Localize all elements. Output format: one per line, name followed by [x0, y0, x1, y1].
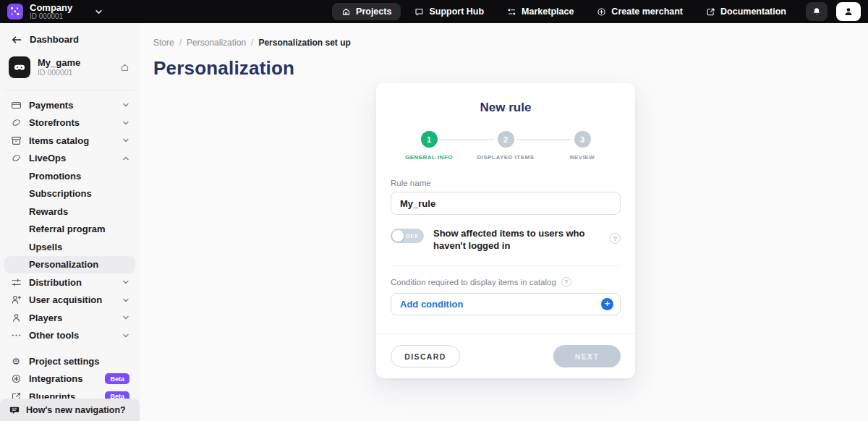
step-number: 1 [421, 131, 438, 148]
arrow-left-icon [12, 35, 22, 44]
bell-icon [812, 7, 822, 17]
user-icon [843, 7, 854, 17]
banner-label: How's new navigation? [26, 405, 126, 415]
add-condition-button[interactable]: Add condition + [391, 293, 621, 315]
topnav-projects-label: Projects [356, 7, 391, 17]
project-selector[interactable]: My_game ID 000001 [0, 52, 140, 82]
sidebar-item-payments[interactable]: Payments [4, 96, 135, 114]
sidebar-group-gap [4, 344, 135, 352]
whats-new-navigation-banner[interactable]: How's new navigation? [0, 399, 140, 421]
sidebar-item-players[interactable]: Players [4, 309, 135, 327]
sidebar-item-label: Storefronts [29, 117, 115, 128]
sidebar-item-items-catalog[interactable]: Items catalog [4, 132, 135, 150]
plus-circle-icon [597, 7, 606, 17]
topnav-support-hub[interactable]: Support Hub [405, 3, 493, 20]
company-logo-icon [7, 4, 23, 20]
breadcrumb-separator: / [179, 38, 182, 48]
sidebar-item-storefronts[interactable]: Storefronts [4, 114, 135, 132]
sidebar-item-rewards[interactable]: Rewards [4, 203, 135, 221]
topnav-marketplace[interactable]: Marketplace [498, 3, 583, 20]
breadcrumb-store[interactable]: Store [153, 38, 174, 48]
sidebar-item-label: Rewards [29, 206, 129, 217]
sidebar-item-user-acquisition[interactable]: User acquisition [4, 292, 135, 310]
help-icon[interactable]: ? [561, 277, 571, 287]
sidebar-item-distribution[interactable]: Distribution [4, 273, 135, 292]
company-id: ID 000001 [30, 12, 72, 20]
help-icon[interactable]: ? [610, 233, 621, 244]
chevron-down-icon [122, 314, 129, 321]
beta-badge: Beta [105, 373, 129, 384]
section-divider [391, 265, 621, 266]
step-displayed-items: 2 DISPLAYED ITEMS [467, 131, 544, 161]
sidebar: Dashboard My_game ID 000001 Payments Sto… [0, 23, 140, 421]
sidebar-item-liveops[interactable]: LiveOps [4, 150, 135, 168]
step-label: GENERAL INFO [405, 154, 453, 161]
breadcrumb: Store / Personalization / Personalizatio… [140, 23, 868, 48]
show-affected-toggle[interactable]: OFF [391, 229, 424, 243]
next-button[interactable]: NEXT [553, 345, 621, 367]
sidebar-item-integrations[interactable]: Integrations Beta [4, 370, 135, 388]
topnav-create-merchant[interactable]: Create merchant [587, 3, 692, 20]
project-id: ID 000001 [38, 68, 113, 77]
chat-icon [414, 7, 424, 17]
step-number: 3 [574, 131, 591, 148]
sidebar-item-label: Integrations [29, 373, 98, 384]
account-button[interactable] [836, 2, 861, 21]
step-indicator: 1 GENERAL INFO 2 DISPLAYED ITEMS 3 REVIE… [391, 131, 621, 161]
sidebar-item-project-settings[interactable]: ⚙ Project settings [4, 352, 135, 370]
top-navbar: Company ID 000001 Projects Support Hub [0, 0, 868, 23]
rule-name-label: Rule name [391, 179, 621, 187]
modal-title: New rule [391, 101, 621, 115]
sidebar-item-promotions[interactable]: Promotions [4, 167, 135, 185]
ellipsis-icon [10, 330, 22, 341]
add-condition-label: Add condition [400, 299, 601, 310]
home-icon [341, 7, 351, 17]
sidebar-item-referral-program[interactable]: Referral program [4, 221, 135, 239]
chevron-down-icon [122, 278, 129, 286]
sidebar-item-upsells[interactable]: Upsells [4, 238, 135, 256]
topnav-support-hub-label: Support Hub [429, 7, 484, 17]
chevron-down-icon [122, 137, 129, 144]
notifications-button[interactable] [806, 2, 827, 21]
topnav-documentation[interactable]: Documentation [697, 3, 796, 20]
sidebar-item-other-tools[interactable]: Other tools [4, 327, 135, 345]
rule-name-input[interactable] [391, 192, 621, 215]
page-title: Personalization [140, 48, 868, 80]
sidebar-item-label: Personalization [29, 259, 129, 270]
sidebar-item-label: Players [29, 312, 115, 323]
sidebar-item-label: Distribution [29, 277, 115, 288]
step-number: 2 [498, 131, 514, 148]
breadcrumb-personalization[interactable]: Personalization [187, 38, 246, 48]
sidebar-item-label: Upsells [29, 242, 129, 252]
user-icon [10, 312, 22, 323]
gear-icon: ⚙ [10, 356, 22, 367]
step-review: 3 REVIEW [544, 131, 621, 161]
back-to-dashboard[interactable]: Dashboard [0, 23, 140, 52]
sidebar-item-personalization[interactable]: Personalization [4, 256, 135, 274]
company-switcher[interactable]: Company ID 000001 [7, 3, 103, 20]
sidebar-item-label: Payments [29, 100, 115, 111]
discard-button[interactable]: DISCARD [391, 345, 460, 367]
archive-icon [10, 135, 22, 146]
toggle-knob [392, 230, 404, 242]
breadcrumb-current: Personalization set up [258, 38, 350, 48]
chevron-down-icon [122, 119, 129, 127]
chevron-down-icon[interactable] [95, 8, 103, 16]
external-link-icon [706, 7, 715, 17]
sidebar-item-subscriptions[interactable]: Subscriptions [4, 185, 135, 203]
sidebar-item-label: Promotions [29, 171, 129, 182]
sidebar-item-label: User acquisition [29, 294, 115, 305]
chevron-down-icon [122, 101, 129, 109]
sidebar-item-label: Subscriptions [29, 188, 129, 199]
topnav-create-merchant-label: Create merchant [611, 7, 683, 17]
sidebar-item-label: Other tools [29, 330, 115, 341]
sidebar-item-label: Project settings [29, 356, 129, 367]
plus-circle-icon: + [601, 298, 613, 310]
list-icon [507, 7, 516, 17]
topnav-projects[interactable]: Projects [332, 3, 401, 20]
condition-label: Condition required to display items in c… [391, 278, 556, 286]
back-label: Dashboard [30, 34, 79, 45]
breadcrumb-separator: / [251, 38, 253, 48]
home-icon[interactable] [120, 63, 129, 72]
chat-bubble-icon [9, 405, 20, 415]
